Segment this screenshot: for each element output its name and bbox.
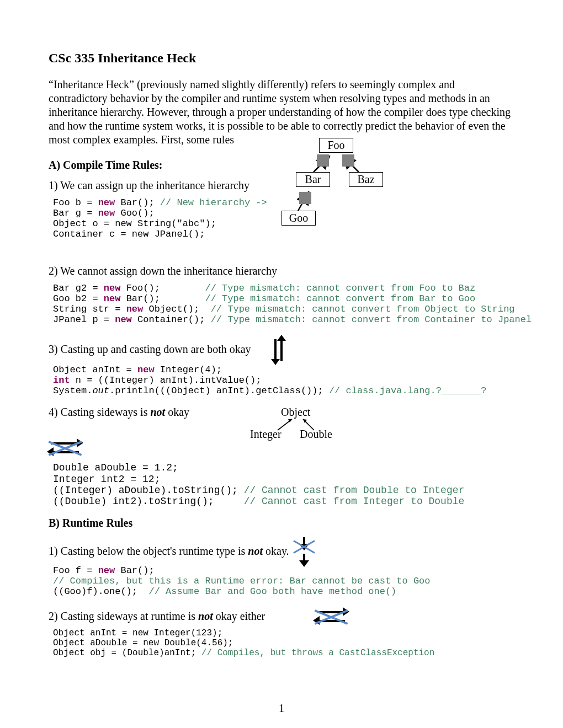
- object-tree-diagram: Object Integer Double: [250, 406, 349, 437]
- node-goo: Goo: [282, 211, 316, 226]
- rule-a4: 4) Casting sideways is not okay Object I…: [49, 406, 514, 437]
- code-a2: Bar g2 = new Foo(); // Type mismatch: ca…: [53, 283, 514, 325]
- node-baz: Baz: [349, 172, 383, 187]
- rule-b2: 2) Casting sideways at runtime is not ok…: [49, 607, 514, 628]
- section-b-heading: B) Runtime Rules: [49, 517, 514, 529]
- node-bar: Bar: [296, 172, 330, 187]
- sideways-arrows-x-icon: [315, 607, 348, 628]
- document-page: CSc 335 Inheritance Heck “Inheritance He…: [0, 0, 563, 728]
- rule-a2: 2) We cannot assign down the inheritance…: [49, 265, 514, 277]
- code-b1: Foo f = new Bar(); // Compiles, but this…: [53, 565, 514, 597]
- rule-b1: 1) Casting below the object's runtime ty…: [49, 537, 514, 568]
- up-down-arrows-icon: [270, 335, 287, 366]
- code-b2: Object anInt = new Integer(123); Object …: [53, 629, 514, 659]
- code-a4: Double aDouble = 1.2; Integer int2 = 12;…: [53, 462, 514, 507]
- inheritance-diagram: Foo Bar Baz Goo: [282, 138, 403, 243]
- code-a3: Object anInt = new Integer(4); int n = (…: [53, 365, 514, 396]
- down-arrow-x-icon: [293, 537, 315, 568]
- sideways-arrows-x-icon: [49, 438, 514, 459]
- page-number: 1: [0, 702, 563, 715]
- rule-a3: 3) Casting up and casting down are both …: [49, 335, 514, 366]
- intro-paragraph: “Inheritance Heck” (previously named sli…: [49, 78, 514, 147]
- page-title: CSc 335 Inheritance Heck: [49, 51, 514, 66]
